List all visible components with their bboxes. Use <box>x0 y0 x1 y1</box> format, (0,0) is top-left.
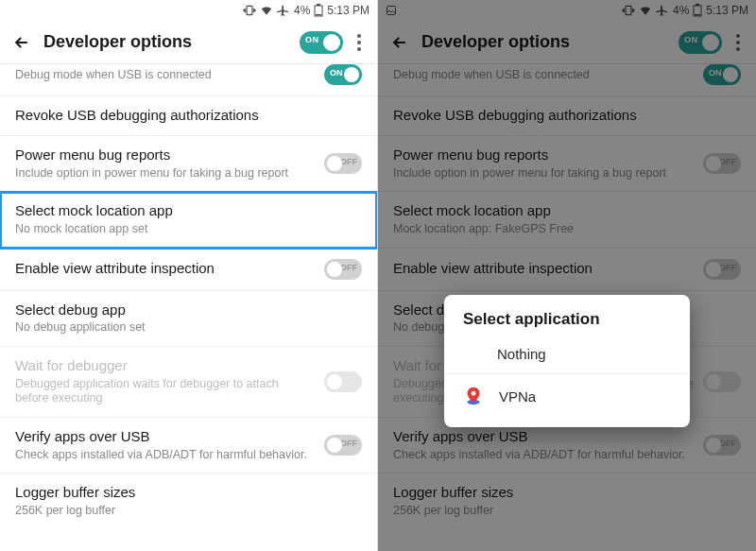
row-power-menu-bug-reports[interactable]: Power menu bug reports Include option in… <box>378 136 756 192</box>
row-revoke-usb-auth[interactable]: Revoke USB debugging authorizations <box>378 96 756 136</box>
svg-rect-7 <box>696 4 699 6</box>
vibrate-icon <box>622 4 635 17</box>
back-button[interactable] <box>9 30 34 55</box>
back-button[interactable] <box>387 30 412 55</box>
row-title: Select mock location app <box>393 202 741 220</box>
app-toolbar: Developer options ON <box>378 21 756 64</box>
wifi-icon <box>260 4 273 17</box>
status-bar: 4% 5:13 PM <box>378 0 756 21</box>
toggle-label: OFF <box>340 263 357 272</box>
toggle-knob <box>706 374 721 389</box>
toggle-wait-debugger <box>703 371 741 392</box>
toggle-on-label: ON <box>305 35 319 44</box>
toggle-knob <box>706 262 721 277</box>
toggle-knob <box>702 34 719 51</box>
row-sub: Debugged application waits for debugger … <box>15 377 315 406</box>
status-bar: 4% 5:13 PM <box>0 0 377 21</box>
row-sub: 256K per log buffer <box>393 504 741 519</box>
toggle-label: OFF <box>719 439 736 448</box>
svg-rect-2 <box>317 4 320 6</box>
row-sub: Mock location app: FakeGPS Free <box>393 222 741 237</box>
toggle-knob <box>706 156 721 171</box>
toggle-attr-inspection[interactable]: OFF <box>703 259 741 280</box>
map-pin-icon <box>463 386 484 406</box>
row-title: Enable view attribute inspection <box>15 260 315 278</box>
row-sub: Include option in power menu for taking … <box>15 166 315 181</box>
toggle-usb-debugging[interactable]: ON <box>324 64 362 85</box>
panel-right: 4% 5:13 PM Developer options ON Debug mo… <box>378 0 756 551</box>
toggle-label: OFF <box>719 157 736 166</box>
row-title: Wait for debugger <box>15 357 315 375</box>
toggle-label: OFF <box>340 439 357 448</box>
row-sub: Check apps installed via ADB/ADT for har… <box>393 448 694 463</box>
toggle-bug-reports[interactable]: OFF <box>703 153 741 174</box>
row-select-debug-app[interactable]: Select debug app No debug application se… <box>0 291 377 347</box>
row-sub: No debug application set <box>15 320 362 336</box>
toggle-knob <box>323 34 340 51</box>
row-logger-buffer-sizes[interactable]: Logger buffer sizes 256K per log buffer <box>378 474 756 528</box>
battery-icon <box>314 4 323 17</box>
dialog-title: Select application <box>444 310 690 335</box>
toggle-label: OFF <box>340 157 357 166</box>
row-sub: Debug mode when USB is connected <box>393 69 694 81</box>
dialog-item-vpna[interactable]: VPNa <box>444 374 690 418</box>
toggle-attr-inspection[interactable]: OFF <box>324 259 362 280</box>
svg-rect-5 <box>626 6 631 14</box>
overflow-menu-button[interactable] <box>351 34 368 51</box>
dialog-item-label: Nothing <box>497 346 546 362</box>
row-enable-view-attribute-inspection[interactable]: Enable view attribute inspection OFF <box>378 249 756 291</box>
row-sub: Include option in power menu for taking … <box>393 166 694 181</box>
overflow-menu-button[interactable] <box>730 34 747 51</box>
airplane-icon <box>656 4 669 17</box>
toggle-verify-apps[interactable]: OFF <box>324 435 362 456</box>
battery-pct: 4% <box>673 4 689 17</box>
row-revoke-usb-auth[interactable]: Revoke USB debugging authorizations <box>0 96 377 136</box>
toggle-knob <box>327 156 342 171</box>
svg-rect-0 <box>247 6 252 14</box>
toggle-bug-reports[interactable]: OFF <box>324 153 362 174</box>
status-time: 5:13 PM <box>706 4 748 17</box>
row-sub: Debug mode when USB is connected <box>15 69 315 81</box>
row-enable-view-attribute-inspection[interactable]: Enable view attribute inspection OFF <box>0 249 377 291</box>
arrow-left-icon <box>12 33 31 52</box>
row-select-mock-location-app[interactable]: Select mock location app No mock locatio… <box>0 192 377 248</box>
row-usb-debugging[interactable]: Debug mode when USB is connected ON <box>0 64 377 96</box>
battery-icon <box>693 4 702 17</box>
row-title: Verify apps over USB <box>393 428 694 446</box>
master-toggle[interactable]: ON <box>679 31 722 54</box>
row-power-menu-bug-reports[interactable]: Power menu bug reports Include option in… <box>0 136 377 192</box>
toggle-usb-debugging[interactable]: ON <box>703 64 741 85</box>
row-title: Power menu bug reports <box>15 146 315 164</box>
toggle-knob <box>723 67 738 82</box>
airplane-icon <box>277 4 290 17</box>
svg-point-10 <box>472 391 476 396</box>
row-title: Select mock location app <box>15 202 362 220</box>
row-title: Power menu bug reports <box>393 146 694 164</box>
toggle-label: ON <box>330 68 343 77</box>
row-title: Revoke USB debugging authorizations <box>15 107 362 125</box>
svg-rect-3 <box>316 14 321 15</box>
toggle-knob <box>327 438 342 453</box>
row-logger-buffer-sizes[interactable]: Logger buffer sizes 256K per log buffer <box>0 474 377 528</box>
panel-left: 4% 5:13 PM Developer options ON Debug mo… <box>0 0 378 551</box>
row-title: Verify apps over USB <box>15 428 315 446</box>
row-usb-debugging[interactable]: Debug mode when USB is connected ON <box>378 64 756 96</box>
row-title: Logger buffer sizes <box>393 484 741 502</box>
app-toolbar: Developer options ON <box>0 21 377 64</box>
toggle-wait-debugger <box>324 371 362 392</box>
row-sub: Check apps installed via ADB/ADT for har… <box>15 448 315 463</box>
toggle-label: OFF <box>719 263 736 272</box>
row-verify-apps-over-usb[interactable]: Verify apps over USB Check apps installe… <box>0 418 377 474</box>
dialog-item-label: VPNa <box>499 388 536 405</box>
row-select-mock-location-app[interactable]: Select mock location app Mock location a… <box>378 192 756 248</box>
arrow-left-icon <box>390 33 409 52</box>
dialog-item-nothing[interactable]: Nothing <box>444 335 690 374</box>
toggle-verify-apps[interactable]: OFF <box>703 435 741 456</box>
select-application-dialog: Select application Nothing VPNa <box>444 295 690 427</box>
row-title: Logger buffer sizes <box>15 484 362 502</box>
toggle-on-label: ON <box>684 35 698 44</box>
toggle-knob <box>344 67 359 82</box>
toggle-knob <box>327 374 342 389</box>
vibrate-icon <box>243 4 256 17</box>
master-toggle[interactable]: ON <box>300 31 343 54</box>
